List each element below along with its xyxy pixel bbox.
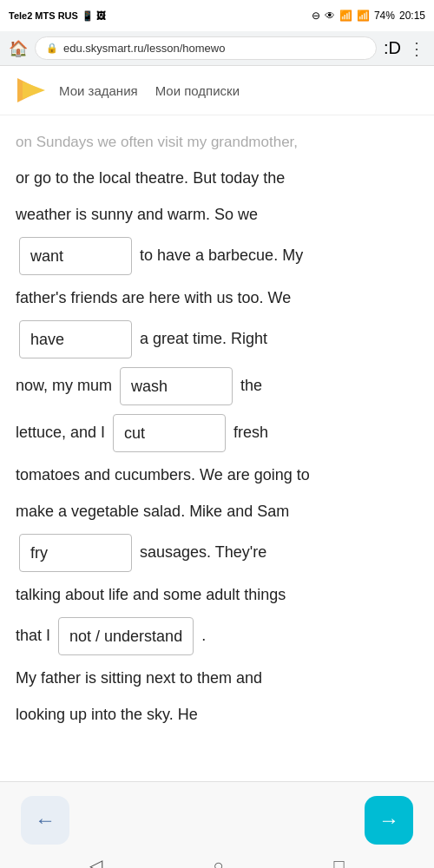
- text-after-box6: .: [201, 627, 206, 644]
- browser-chrome: 🏠 🔒 edu.skysmart.ru/lesson/homewo :D ⋮: [0, 31, 434, 66]
- nav-my-subscriptions[interactable]: Мои подписки: [155, 83, 240, 98]
- faded-line: on Sundays we often visit my grandmother…: [16, 128, 418, 157]
- url-text: edu.skysmart.ru/lesson/homewo: [63, 42, 225, 55]
- para-line6: tomatoes and cucumbers. We are going to: [16, 459, 418, 490]
- para-box2: have a great time. Right: [16, 319, 418, 360]
- text-line1: or go to the local theatre. But today th…: [16, 169, 285, 187]
- app-logo: [14, 75, 45, 106]
- bottom-nav: ← → ◁ ○ □: [0, 781, 434, 868]
- more-menu-button[interactable]: ⋮: [408, 38, 425, 59]
- text-after-box4: fresh: [233, 424, 268, 441]
- text-line8: talking about life and some adult things: [16, 586, 286, 603]
- para-line8: talking about life and some adult things: [16, 579, 418, 610]
- android-nav-bar: ◁ ○ □: [0, 852, 434, 868]
- time-text: 20:15: [399, 10, 425, 22]
- para-line12: looking up into the sky. He: [16, 699, 418, 730]
- carrier-icons: 📱 🖼: [82, 10, 106, 22]
- back-arrow-icon: ←: [35, 808, 56, 832]
- android-home-button[interactable]: ○: [213, 856, 223, 869]
- answer-box-2[interactable]: have: [19, 320, 132, 358]
- answer-box-1[interactable]: want: [19, 237, 132, 275]
- app-header: Мои задания Мои подписки: [0, 66, 434, 115]
- answer-box-4[interactable]: cut: [113, 414, 226, 452]
- para-line11: My father is sitting next to them and: [16, 662, 418, 694]
- text-line12: looking up into the sky. He: [16, 706, 198, 723]
- text-line6: tomatoes and cucumbers. We are going to: [16, 466, 310, 483]
- lock-icon: 🔒: [46, 43, 58, 54]
- answer-box-5[interactable]: fry: [19, 534, 132, 572]
- address-bar[interactable]: 🔒 edu.skysmart.ru/lesson/homewo: [35, 36, 377, 60]
- status-bar: Tele2 MTS RUS 📱 🖼 ⊖ 👁 📶 📶 74% 20:15: [0, 0, 434, 31]
- status-carrier: Tele2 MTS RUS 📱 🖼: [9, 10, 106, 22]
- forward-arrow-icon: →: [378, 808, 399, 832]
- para-line2: weather is sunny and warm. So we: [16, 199, 418, 230]
- eye-icon: 👁: [325, 10, 335, 22]
- para-line3: father's friends are here with us too. W…: [16, 282, 418, 313]
- home-button[interactable]: 🏠: [9, 39, 28, 58]
- para-line1: or go to the local theatre. But today th…: [16, 162, 418, 194]
- text-line3: father's friends are here with us too. W…: [16, 289, 291, 306]
- emoji-button[interactable]: :D: [384, 38, 401, 58]
- browser-actions: :D ⋮: [384, 38, 425, 59]
- answer-box-3[interactable]: wash: [120, 367, 233, 405]
- mute-icon: ⊖: [312, 10, 320, 22]
- para-box1: want to have a barbecue. My: [16, 235, 418, 277]
- android-back-button[interactable]: ◁: [89, 855, 102, 868]
- battery-text: 74%: [374, 10, 395, 22]
- back-button[interactable]: ←: [21, 796, 69, 845]
- signal-icon1: 📶: [357, 10, 370, 22]
- text-line2: weather is sunny and warm. So we: [16, 206, 258, 223]
- text-line7: make a vegetable salad. Mike and Sam: [16, 503, 289, 520]
- text-line9pre: that I: [16, 627, 50, 644]
- text-line5pre: lettuce, and I: [16, 424, 105, 441]
- text-after-box1: to have a barbecue. My: [140, 247, 303, 264]
- nav-my-tasks[interactable]: Мои задания: [59, 83, 138, 98]
- text-after-box5: sausages. They're: [140, 543, 266, 561]
- carrier-text: Tele2 MTS RUS: [9, 10, 78, 21]
- para-box3: now, my mum wash the: [16, 365, 418, 407]
- text-after-box2: a great time. Right: [140, 330, 267, 347]
- text-line4pre: now, my mum: [16, 377, 112, 394]
- svg-marker-1: [23, 82, 45, 99]
- para-box4: lettuce, and I cut fresh: [16, 412, 418, 454]
- answer-box-6[interactable]: not / understand: [58, 617, 194, 655]
- para-box6: that I not / understand .: [16, 615, 418, 657]
- top-nav: Мои задания Мои подписки: [59, 83, 240, 98]
- status-right: ⊖ 👁 📶 📶 74% 20:15: [312, 10, 425, 22]
- main-content: on Sundays we often visit my grandmother…: [0, 115, 434, 747]
- wifi-icon: 📶: [339, 10, 352, 22]
- nav-buttons: ← →: [0, 782, 434, 852]
- android-recent-button[interactable]: □: [333, 856, 344, 869]
- para-line7: make a vegetable salad. Mike and Sam: [16, 496, 418, 527]
- text-after-box3: the: [240, 377, 262, 394]
- text-line11: My father is sitting next to them and: [16, 669, 262, 687]
- para-box5: fry sausages. They're: [16, 532, 418, 574]
- forward-button[interactable]: →: [365, 796, 413, 845]
